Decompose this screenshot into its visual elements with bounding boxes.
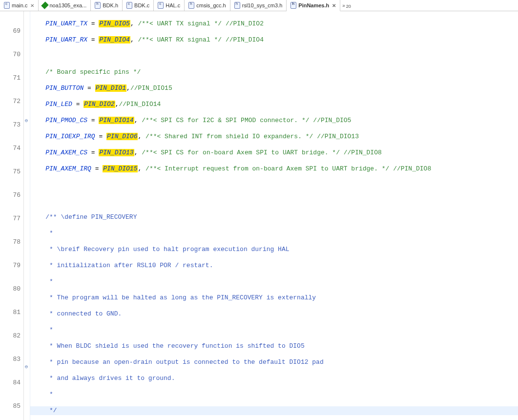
tab-main-c[interactable]: main.c ✕ <box>0 0 39 11</box>
tab-label: HAL.c <box>166 2 180 8</box>
code-line <box>30 52 518 61</box>
code-line: PIN_UART_TX = PIN_DIO5, /**< UART TX sig… <box>30 20 518 28</box>
tab-pinnames-h[interactable]: PinNames.h ✕ <box>287 0 340 11</box>
close-icon[interactable]: ✕ <box>332 3 336 8</box>
fold-column: ⊖ ⊖ <box>24 11 30 420</box>
c-file-icon <box>126 2 132 9</box>
overflow-count: 20 <box>346 4 351 9</box>
tab-rsl10-sys-cm3-h[interactable]: rsl10_sys_cm3.h <box>230 0 287 11</box>
tab-label: cmsis_gcc.h <box>196 2 226 8</box>
code-line: * and always drives it to ground. <box>30 374 518 383</box>
code-line: * initialization after RSL10 POR / resta… <box>30 261 518 270</box>
line-number: 69 <box>0 27 21 36</box>
code-line: */ <box>30 406 518 415</box>
c-file-icon <box>158 2 164 9</box>
line-number: 70 <box>0 50 21 59</box>
line-number: 83 <box>0 355 21 364</box>
tab-bdk-h[interactable]: BDK.h <box>91 0 123 11</box>
close-icon[interactable]: ✕ <box>30 3 34 8</box>
code-line: PIN_PMOD_CS = PIN_DIO14, /**< SPI CS for… <box>30 116 518 125</box>
chevron-right-icon: » <box>342 3 345 8</box>
line-number: 80 <box>0 285 21 294</box>
code-line: PIN_BUTTON = PIN_DIO1,//PIN_DIO15 <box>30 84 518 93</box>
line-number: 77 <box>0 214 21 223</box>
code-line: /** \define PIN_RECOVERY <box>30 213 518 222</box>
code-line: PIN_LED = PIN_DIO2,//PIN_DIO14 <box>30 100 518 109</box>
diamond-icon <box>41 1 49 9</box>
h-file-icon <box>290 2 296 9</box>
line-number: 85 <box>0 402 21 411</box>
code-line: PIN_UART_RX = PIN_DIO4, /**< UART RX sig… <box>30 36 518 44</box>
code-line: * When BLDC shield is used the recovery … <box>30 342 518 351</box>
tab-bdk-c[interactable]: BDK.c <box>123 0 154 11</box>
line-number: 74 <box>0 144 21 153</box>
line-number: 71 <box>0 74 21 83</box>
tab-label: rsl10_sys_cm3.h <box>242 2 283 8</box>
line-number-gutter: 69 70 71 72 73 74 75 76 77 78 79 80 81 8… <box>0 11 24 420</box>
tab-label: noa1305_exa... <box>49 2 86 8</box>
code-line: * <box>30 390 518 399</box>
line-number: 78 <box>0 238 21 247</box>
line-number: 82 <box>0 332 21 340</box>
line-number: 75 <box>0 168 21 176</box>
code-line: * \breif Recovery pin used to halt progr… <box>30 245 518 254</box>
line-number: 84 <box>0 378 21 387</box>
code-line: * <box>30 277 518 286</box>
code-line: * connected to GND. <box>30 310 518 318</box>
line-number: 73 <box>0 121 21 129</box>
code-line: /* Board specific pins */ <box>30 68 518 77</box>
h-file-icon <box>188 2 194 9</box>
code-line <box>30 197 518 206</box>
h-file-icon <box>234 2 240 9</box>
tab-noa1305[interactable]: noa1305_exa... <box>39 0 91 11</box>
code-line: * <box>30 229 518 238</box>
fold-toggle-icon[interactable]: ⊖ <box>24 364 29 370</box>
code-line: PIN_IOEXP_IRQ = PIN_DIO6, /**< Shared IN… <box>30 132 518 141</box>
code-line: * pin because an open-drain output is co… <box>30 358 518 367</box>
tab-label: PinNames.h <box>298 2 329 8</box>
code-line: PIN_AXEM_IRQ = PIN_DIO15, /**< Interrupt… <box>30 165 518 173</box>
h-file-icon <box>95 2 101 9</box>
line-number: 81 <box>0 308 21 317</box>
code-line: * <box>30 326 518 335</box>
code-area[interactable]: PIN_UART_TX = PIN_DIO5, /**< UART TX sig… <box>30 11 518 420</box>
tab-hal-c[interactable]: HAL.c <box>154 0 185 11</box>
line-number: 79 <box>0 261 21 270</box>
editor-tab-bar: main.c ✕ noa1305_exa... BDK.h BDK.c HAL.… <box>0 0 518 11</box>
tab-overflow-button[interactable]: » 20 <box>340 0 353 11</box>
line-number: 72 <box>0 97 21 106</box>
code-line <box>30 181 518 189</box>
c-file-icon <box>4 2 10 9</box>
tab-label: main.c <box>12 2 27 8</box>
tab-cmsis-gcc-h[interactable]: cmsis_gcc.h <box>185 0 230 11</box>
code-line: * The program will be halted as long as … <box>30 294 518 302</box>
line-number: 76 <box>0 191 21 200</box>
code-line: PIN_AXEM_CS = PIN_DIO13, /**< SPI CS for… <box>30 148 518 157</box>
fold-toggle-icon[interactable]: ⊖ <box>24 118 29 124</box>
code-editor[interactable]: 69 70 71 72 73 74 75 76 77 78 79 80 81 8… <box>0 11 518 420</box>
tab-label: BDK.h <box>103 2 118 8</box>
tab-label: BDK.c <box>134 2 149 8</box>
